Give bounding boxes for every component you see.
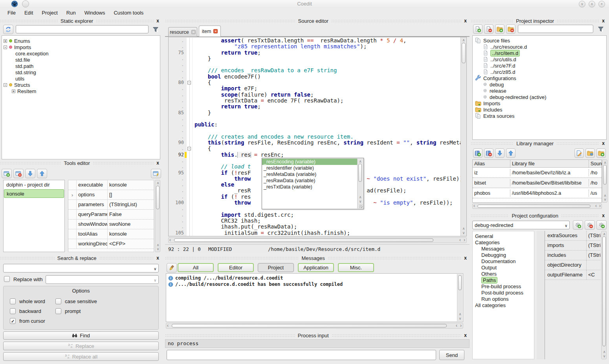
checkbox-box[interactable] xyxy=(55,308,61,314)
property-value[interactable]: (TStringList) xyxy=(587,251,600,260)
category-general[interactable]: General xyxy=(473,233,533,239)
category-all-categories[interactable]: All categories xyxy=(473,302,533,308)
code-editor[interactable]: . assert(_resTxtData.length == _resRawDa… xyxy=(168,37,467,236)
code-line[interactable]: . /// encodes _resRawData to a e7F strin… xyxy=(169,68,460,73)
filter-editor-button[interactable]: Editor xyxy=(218,263,254,272)
category-debugging[interactable]: Debugging xyxy=(473,252,533,258)
checkbox-backward[interactable]: backward xyxy=(10,308,55,314)
tree-node-source-files[interactable]: Source files xyxy=(473,37,605,44)
fold-margin[interactable] xyxy=(187,44,193,49)
fold-margin[interactable] xyxy=(187,188,193,194)
expand-toggle-icon[interactable]: + xyxy=(12,90,15,93)
filter-project-button[interactable]: Project xyxy=(258,263,294,272)
column-header-alias[interactable]: Alias xyxy=(473,160,510,167)
maximize-button[interactable] xyxy=(589,1,595,7)
property-value[interactable]: (TStringList) xyxy=(587,231,600,240)
fold-margin[interactable] xyxy=(187,62,193,68)
config-property-row[interactable]: imports(TStringList) xyxy=(545,241,600,251)
scroll-down-icon[interactable] xyxy=(603,198,607,201)
scroll-right-icon[interactable] xyxy=(464,238,465,242)
scroll-up-icon[interactable] xyxy=(602,232,606,236)
scroll-right-icon[interactable] xyxy=(460,324,462,328)
configuration-combo[interactable]: debug-redirected xyxy=(472,221,570,229)
scrollbar-thumb[interactable] xyxy=(477,205,591,208)
filter-misc-button[interactable]: Misc. xyxy=(338,263,374,272)
tree-node-std-file[interactable]: std.file xyxy=(4,57,158,63)
checkbox-box[interactable] xyxy=(10,298,16,304)
property-value[interactable]: [] xyxy=(108,190,154,199)
code-line[interactable]: . assert(_resTxtData.length == _resRawDa… xyxy=(169,38,460,44)
close-project-inspector-icon[interactable] xyxy=(602,18,605,24)
completion-item[interactable]: _resMetaData (variable) xyxy=(262,171,357,177)
close-static-explorer-icon[interactable] xyxy=(156,18,159,24)
category-others[interactable]: Others xyxy=(473,271,533,277)
checkbox-whole-word[interactable]: whole word xyxy=(10,298,55,304)
config-property-row[interactable]: extraSources(TStringList) xyxy=(545,231,600,241)
filter-all-button[interactable]: All xyxy=(178,263,214,272)
tool-property-row[interactable]: workingDirectory<CFP> xyxy=(68,239,154,249)
add-library-button[interactable] xyxy=(473,148,482,158)
scroll-down-icon[interactable] xyxy=(462,231,466,235)
scroll-right-icon[interactable] xyxy=(599,204,601,208)
fold-margin[interactable]: - xyxy=(187,80,193,86)
scroll-up-icon[interactable] xyxy=(462,227,466,230)
tab-resource[interactable]: resource xyxy=(168,27,197,37)
add-source-button[interactable] xyxy=(473,24,482,34)
add-folder-button[interactable] xyxy=(495,24,504,34)
fold-margin[interactable] xyxy=(187,104,193,110)
tool-item-konsole[interactable]: konsole xyxy=(4,189,64,198)
tree-node-src-item-d[interactable]: ../src/item.d xyxy=(473,50,605,56)
fold-margin[interactable] xyxy=(187,74,193,80)
tool-property-row[interactable]: parameters(TStringList) xyxy=(68,200,154,210)
code-line[interactable]: 90 this(string resFile, ResEncoding resE… xyxy=(169,140,460,146)
remove-source-button[interactable] xyxy=(484,24,493,34)
category-run-options[interactable]: Run options xyxy=(473,296,533,302)
scrollbar-thumb[interactable] xyxy=(458,275,462,290)
fold-margin[interactable] xyxy=(187,38,193,44)
filter-application-button[interactable]: Application xyxy=(298,263,334,272)
tab-item[interactable]: item xyxy=(199,26,221,37)
code-line[interactable]: . /// creates and encodes a new resource… xyxy=(169,134,460,140)
expand-toggle-icon[interactable]: - xyxy=(4,46,7,49)
scrollbar-thumb[interactable] xyxy=(358,164,362,182)
fold-margin[interactable] xyxy=(187,110,193,116)
remove-folder-button[interactable] xyxy=(506,24,515,34)
code-line[interactable]: .- { xyxy=(169,146,460,152)
clear-filter-button[interactable] xyxy=(151,25,160,34)
menu-edit[interactable]: Edit xyxy=(21,9,37,16)
checkbox-box[interactable] xyxy=(10,308,16,314)
symbol-filter-input[interactable] xyxy=(16,25,149,33)
project-filter-input[interactable] xyxy=(518,25,593,33)
completion-item[interactable]: _resEncoding (variable) xyxy=(262,159,357,165)
code-line[interactable]: 80- { xyxy=(169,80,460,86)
fold-margin[interactable] xyxy=(187,134,193,140)
scrollbar-thumb[interactable] xyxy=(172,324,447,327)
scroll-up-icon[interactable] xyxy=(156,243,160,247)
fold-margin[interactable] xyxy=(187,92,193,98)
search-term-combo[interactable] xyxy=(3,264,159,273)
fold-margin[interactable] xyxy=(187,122,193,128)
checkbox-box[interactable] xyxy=(55,298,61,304)
tool-property-row[interactable]: toolAliaskonsole xyxy=(68,229,154,239)
scroll-up-icon[interactable] xyxy=(358,159,362,163)
code-line[interactable]: . bool encodee7F() xyxy=(169,74,460,80)
property-value[interactable]: <CFP> xyxy=(108,239,154,249)
fold-margin[interactable]: - xyxy=(187,146,193,152)
code-line[interactable]: 105 _initialSum = crc322uint(ihash.finis… xyxy=(169,230,460,236)
category-documentation[interactable]: Documentation xyxy=(473,258,533,264)
checkbox-box[interactable] xyxy=(10,318,16,324)
move-library-up-button[interactable] xyxy=(506,148,515,158)
run-tool-button[interactable] xyxy=(151,169,161,178)
close-library-manager-icon[interactable] xyxy=(602,141,605,146)
tool-property-row[interactable]: ›options[] xyxy=(68,190,154,200)
chevron-down-icon[interactable] xyxy=(154,277,156,283)
scroll-up-icon[interactable] xyxy=(358,195,362,199)
fold-margin[interactable] xyxy=(187,170,193,176)
fold-margin[interactable] xyxy=(187,116,193,122)
category-messages[interactable]: Messages xyxy=(473,245,533,252)
scrollbar-thumb[interactable] xyxy=(603,165,607,185)
property-value[interactable]: konsole xyxy=(108,229,154,239)
move-tool-up-button[interactable] xyxy=(37,169,47,178)
config-property-row[interactable]: outputFilename<C xyxy=(545,270,600,280)
column-header-library-file[interactable]: Library file xyxy=(510,160,589,167)
